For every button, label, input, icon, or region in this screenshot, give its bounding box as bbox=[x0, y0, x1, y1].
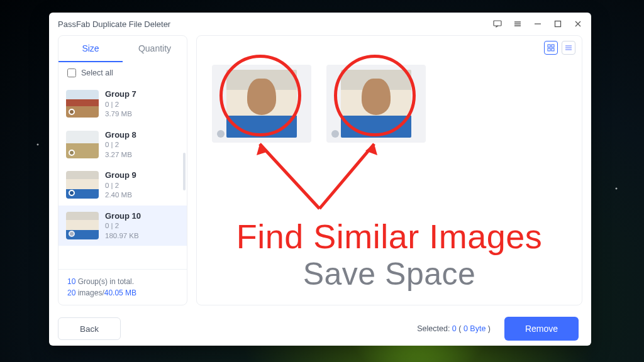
select-all[interactable]: Select all bbox=[58, 62, 187, 84]
window-controls bbox=[493, 19, 582, 28]
chat-icon[interactable] bbox=[493, 19, 502, 28]
group-name: Group 9 bbox=[105, 170, 136, 181]
duplicate-grid bbox=[197, 36, 582, 172]
totals-images-count: 20 bbox=[67, 288, 75, 297]
select-radio[interactable] bbox=[217, 130, 225, 138]
group-size: 3.79 MB bbox=[105, 109, 136, 119]
group-thumbnail bbox=[66, 171, 99, 199]
back-button[interactable]: Back bbox=[58, 317, 121, 340]
title-bar: PassFab Duplicate File Deleter bbox=[49, 13, 591, 35]
group-thumbnail bbox=[66, 131, 99, 158]
select-radio[interactable] bbox=[331, 130, 339, 138]
svg-rect-0 bbox=[494, 21, 501, 26]
scrollbar[interactable] bbox=[183, 153, 186, 190]
svg-rect-5 bbox=[552, 48, 554, 51]
group-name: Group 8 bbox=[105, 129, 136, 141]
group-item[interactable]: Group 7 0 | 2 3.79 MB bbox=[58, 84, 187, 124]
group-count: 0 | 2 bbox=[105, 181, 136, 191]
selected-count: 0 bbox=[452, 324, 457, 333]
minimize-icon[interactable] bbox=[533, 19, 542, 28]
group-item[interactable]: Group 10 0 | 2 180.97 KB bbox=[58, 206, 187, 246]
tab-quantity[interactable]: Quantity bbox=[123, 36, 187, 62]
group-item[interactable]: Group 9 0 | 2 2.40 MB bbox=[58, 165, 187, 206]
group-list: Group 7 0 | 2 3.79 MB Group 8 0 | 2 3.27… bbox=[58, 84, 187, 269]
view-toggle bbox=[544, 41, 575, 55]
group-count: 0 | 2 bbox=[105, 221, 141, 231]
duplicate-image bbox=[226, 70, 297, 138]
app-title: PassFab Duplicate File Deleter bbox=[58, 19, 170, 29]
list-view-icon[interactable] bbox=[562, 41, 575, 55]
svg-rect-1 bbox=[555, 21, 561, 27]
group-size: 3.27 MB bbox=[105, 150, 136, 160]
select-all-checkbox[interactable] bbox=[67, 69, 76, 77]
totals-groups-count: 10 bbox=[67, 277, 75, 286]
overlay-headline: Find Similar Images bbox=[197, 217, 582, 256]
group-count: 0 | 2 bbox=[105, 100, 136, 110]
group-thumbnail bbox=[66, 90, 99, 118]
group-item[interactable]: Group 8 0 | 2 3.27 MB bbox=[58, 124, 187, 165]
duplicate-image bbox=[341, 70, 411, 138]
remove-button[interactable]: Remove bbox=[504, 317, 579, 341]
group-size: 180.97 KB bbox=[105, 231, 141, 241]
group-name: Group 7 bbox=[105, 89, 136, 100]
group-thumbnail bbox=[66, 212, 99, 239]
selection-info: Selected: 0 ( 0 Byte ) bbox=[417, 324, 491, 333]
group-count: 0 | 2 bbox=[105, 140, 136, 150]
group-name: Group 10 bbox=[105, 211, 141, 222]
selected-size: 0 Byte bbox=[464, 324, 486, 333]
maximize-icon[interactable] bbox=[553, 19, 562, 28]
svg-rect-4 bbox=[548, 48, 550, 51]
group-size: 2.40 MB bbox=[105, 190, 136, 200]
close-icon[interactable] bbox=[574, 19, 582, 28]
main-panel: Find Similar Images Save Space bbox=[196, 35, 582, 305]
svg-rect-3 bbox=[552, 45, 554, 47]
overlay-subhead: Save Space bbox=[197, 256, 582, 292]
footer: Back Selected: 0 ( 0 Byte ) Remove bbox=[49, 312, 591, 346]
sidebar-tabs: Size Quantity bbox=[58, 36, 187, 62]
duplicate-card[interactable] bbox=[212, 65, 311, 143]
select-all-label: Select all bbox=[81, 69, 113, 77]
totals: 10 Group(s) in total. 20 images/40.05 MB bbox=[58, 269, 187, 305]
menu-icon[interactable] bbox=[513, 19, 522, 28]
totals-size: 40.05 MB bbox=[104, 288, 136, 297]
duplicate-card[interactable] bbox=[326, 65, 426, 143]
svg-rect-2 bbox=[548, 45, 550, 47]
grid-view-icon[interactable] bbox=[544, 41, 558, 55]
app-window: PassFab Duplicate File Deleter Size Quan… bbox=[49, 13, 591, 346]
sidebar: Size Quantity Select all Group 7 0 | 2 3… bbox=[58, 35, 187, 305]
tab-size[interactable]: Size bbox=[58, 36, 123, 62]
